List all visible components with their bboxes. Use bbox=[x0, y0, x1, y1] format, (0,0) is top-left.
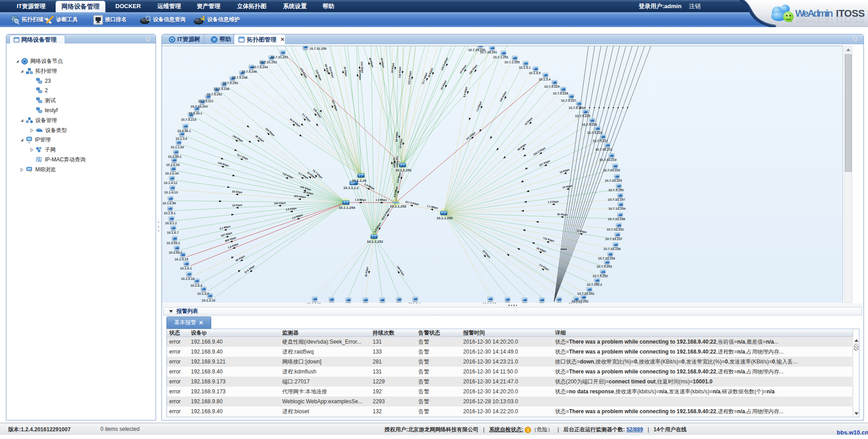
svg-text:10.7.5.222: 10.7.5.222 bbox=[593, 139, 608, 143]
svg-text:10 Kbps: 10 Kbps bbox=[482, 250, 491, 259]
svg-text:10.7.5.226: 10.7.5.226 bbox=[569, 106, 584, 110]
svg-text:10.1.3.1: 10.1.3.1 bbox=[519, 66, 531, 70]
svg-text:710 Kbps: 710 Kbps bbox=[396, 156, 399, 167]
svg-text:10.7.5.223: 10.7.5.223 bbox=[587, 131, 602, 135]
svg-text:327 Kbps: 327 Kbps bbox=[539, 160, 550, 167]
svg-text:10.1.3.4: 10.1.3.4 bbox=[539, 77, 550, 81]
svg-text:10.7.5.252: 10.7.5.252 bbox=[593, 274, 608, 278]
svg-text:10.7.33.225: 10.7.33.225 bbox=[605, 179, 622, 183]
svg-text:10.7.35.241: 10.7.35.241 bbox=[480, 50, 497, 54]
svg-text:10.1.1.252: 10.1.1.252 bbox=[367, 240, 383, 244]
svg-text:10.7.5.244: 10.7.5.244 bbox=[252, 65, 268, 69]
svg-text:10.3.56.1: 10.3.56.1 bbox=[177, 129, 191, 133]
svg-text:10.7.33.204: 10.7.33.204 bbox=[190, 104, 208, 109]
svg-text:10.7.5.228: 10.7.5.228 bbox=[553, 91, 568, 95]
svg-text:10.7.5.215: 10.7.5.215 bbox=[181, 118, 196, 122]
svg-text:10.1.1.250: 10.1.1.250 bbox=[436, 216, 453, 220]
svg-text:10.7.31.252: 10.7.31.252 bbox=[260, 60, 277, 64]
svg-text:10.7.31.251: 10.7.31.251 bbox=[271, 55, 288, 59]
svg-text:10.7.5.250: 10.7.5.250 bbox=[608, 188, 624, 192]
svg-text:710 Kbps: 710 Kbps bbox=[398, 66, 401, 78]
svg-text:20 Kbps: 20 Kbps bbox=[359, 70, 362, 80]
svg-text:10.7.5.248: 10.7.5.248 bbox=[232, 76, 247, 80]
svg-text:150 Kbps: 150 Kbps bbox=[274, 202, 285, 205]
svg-text:40 Kbps: 40 Kbps bbox=[369, 57, 375, 68]
svg-text:10.1.5.16: 10.1.5.16 bbox=[181, 277, 194, 281]
svg-text:10.1.6.7: 10.1.6.7 bbox=[167, 231, 179, 235]
svg-text:10.7.5.224: 10.7.5.224 bbox=[582, 123, 597, 127]
svg-text:10.1.4.13: 10.1.4.13 bbox=[164, 190, 178, 194]
svg-text:10.7.5.229: 10.7.5.229 bbox=[544, 85, 560, 89]
svg-text:10.3.53.2: 10.3.53.2 bbox=[166, 241, 180, 245]
svg-text:1.2 Mbps: 1.2 Mbps bbox=[292, 213, 303, 220]
svg-text:10.1.6.1: 10.1.6.1 bbox=[180, 266, 192, 270]
svg-text:10.1.6.33: 10.1.6.33 bbox=[166, 163, 180, 167]
svg-text:10.7.5.238: 10.7.5.238 bbox=[214, 87, 229, 91]
svg-text:60 Kbps: 60 Kbps bbox=[395, 132, 398, 142]
svg-text:10.1.5.15: 10.1.5.15 bbox=[175, 257, 188, 261]
svg-text:10.1.6.34: 10.1.6.34 bbox=[165, 171, 179, 175]
svg-text:10.7.5.253: 10.7.5.253 bbox=[597, 264, 612, 269]
svg-text:10.7.33.212: 10.7.33.212 bbox=[595, 147, 612, 151]
svg-text:20 Kbps: 20 Kbps bbox=[232, 190, 242, 194]
svg-text:13 Kbps: 13 Kbps bbox=[399, 138, 403, 149]
svg-text:10.7.5.251: 10.7.5.251 bbox=[207, 92, 222, 96]
svg-text:10.1.1.60: 10.1.1.60 bbox=[171, 145, 184, 149]
svg-text:10.3.53.1: 10.3.53.1 bbox=[169, 250, 182, 255]
svg-text:10.1.1.1.1: 10.1.1.1.1 bbox=[343, 186, 359, 190]
svg-text:10.7.33.236: 10.7.33.236 bbox=[598, 256, 615, 260]
svg-text:10.1.1.254: 10.1.1.254 bbox=[339, 206, 356, 210]
svg-text:10.1.3.6: 10.1.3.6 bbox=[175, 137, 187, 141]
svg-text:WeAdmin: WeAdmin bbox=[795, 14, 833, 25]
svg-text:60 Kbps: 60 Kbps bbox=[324, 64, 330, 74]
svg-text:10.7.33.242: 10.7.33.242 bbox=[577, 292, 594, 296]
svg-text:10.1.5.1: 10.1.5.1 bbox=[164, 211, 175, 215]
svg-text:10.7.5.253: 10.7.5.253 bbox=[223, 81, 238, 85]
svg-text:10 Kbps: 10 Kbps bbox=[232, 203, 242, 207]
svg-text:327 Kbps: 327 Kbps bbox=[331, 99, 338, 111]
svg-text:?: ? bbox=[213, 37, 215, 42]
svg-text:10.7.5.221: 10.7.5.221 bbox=[198, 99, 213, 103]
svg-text:10.1.3.5: 10.1.3.5 bbox=[529, 71, 541, 75]
svg-text:10.1.4.12: 10.1.4.12 bbox=[164, 181, 177, 185]
svg-text:50 Kbps: 50 Kbps bbox=[557, 213, 568, 216]
svg-text:10.7.33.238: 10.7.33.238 bbox=[603, 247, 621, 251]
svg-text:10.1.3.10: 10.1.3.10 bbox=[202, 298, 215, 302]
svg-text:3.5 Kbps: 3.5 Kbps bbox=[285, 207, 297, 211]
svg-text:90 Kbps: 90 Kbps bbox=[517, 143, 526, 151]
svg-text:10.7.5.246: 10.7.5.246 bbox=[242, 70, 257, 74]
svg-text:40 Kbps: 40 Kbps bbox=[303, 191, 313, 195]
svg-text:10.7.33.237: 10.7.33.237 bbox=[605, 237, 622, 241]
svg-text:10.3.55.2: 10.3.55.2 bbox=[168, 155, 181, 159]
svg-text:10.1.3.9: 10.1.3.9 bbox=[197, 292, 209, 296]
svg-text:10.7.33.220: 10.7.33.220 bbox=[603, 168, 620, 172]
svg-text:ITOSS: ITOSS bbox=[836, 14, 865, 25]
svg-text:10.7.33.198: 10.7.33.198 bbox=[608, 217, 625, 221]
svg-text:10.7.1.251: 10.7.1.251 bbox=[493, 55, 508, 59]
svg-text:970 Kbps: 970 Kbps bbox=[294, 195, 306, 198]
svg-text:1.8 Kbps: 1.8 Kbps bbox=[228, 242, 239, 249]
svg-text:13 Kbps: 13 Kbps bbox=[576, 229, 587, 233]
svg-text:10 Kbps: 10 Kbps bbox=[524, 117, 533, 126]
svg-text:327 Kbps: 327 Kbps bbox=[220, 231, 232, 237]
svg-text:1.3 Mbps: 1.3 Mbps bbox=[376, 198, 387, 201]
svg-text:10.7.33.197: 10.7.33.197 bbox=[608, 198, 625, 202]
svg-text:10.7.33.232: 10.7.33.232 bbox=[607, 227, 624, 231]
svg-text:10.1.1.253: 10.1.1.253 bbox=[390, 204, 406, 208]
svg-text:10.7.33.219: 10.7.33.219 bbox=[599, 158, 617, 162]
svg-text:1.3 Kbps: 1.3 Kbps bbox=[548, 200, 559, 203]
svg-text:10.7.250.2: 10.7.250.2 bbox=[587, 283, 602, 287]
svg-text:10.5.33.1: 10.5.33.1 bbox=[189, 111, 202, 115]
svg-text:10.1.1.24: 10.1.1.24 bbox=[352, 179, 366, 183]
svg-text:10.1.1.251: 10.1.1.251 bbox=[395, 168, 412, 172]
svg-text:10.7.31.250: 10.7.31.250 bbox=[309, 47, 327, 51]
svg-text:30 Kbps: 30 Kbps bbox=[365, 267, 369, 277]
svg-text:10.3.1.2: 10.3.1.2 bbox=[165, 221, 177, 225]
svg-text:10.1.6.3: 10.1.6.3 bbox=[190, 283, 202, 288]
svg-text:1.3 Mbps: 1.3 Mbps bbox=[355, 198, 366, 201]
svg-text:10.7.10.244: 10.7.10.244 bbox=[608, 207, 626, 211]
svg-text:10.7.5.227: 10.7.5.227 bbox=[561, 99, 576, 103]
svg-text:10 Kbps: 10 Kbps bbox=[562, 184, 573, 189]
svg-text:10.1.6.50: 10.1.6.50 bbox=[162, 201, 176, 205]
svg-text:10.7.1.250: 10.7.1.250 bbox=[504, 60, 520, 64]
